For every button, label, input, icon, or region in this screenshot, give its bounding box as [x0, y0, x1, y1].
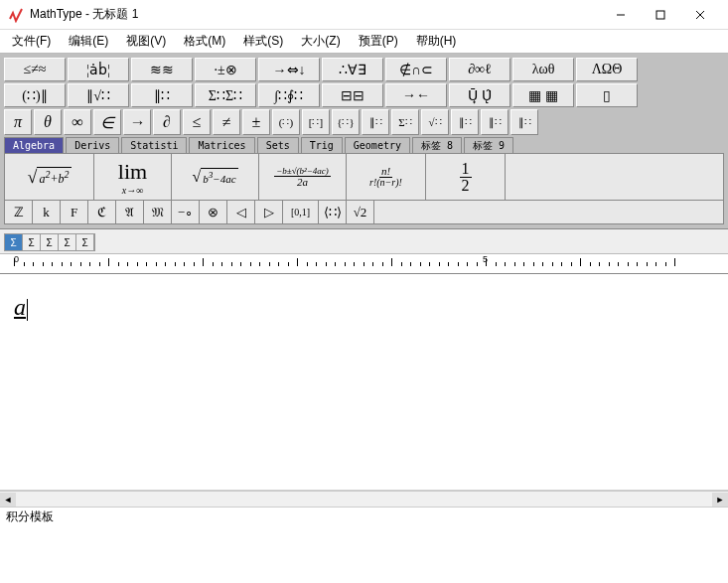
minimize-button[interactable] [601, 1, 641, 29]
ruler[interactable]: 0 5 [0, 254, 728, 274]
sym-subsup[interactable]: ∥∷ [510, 109, 538, 135]
sym-tri-right[interactable]: ▷ [255, 201, 283, 223]
tpl-binomial[interactable]: n!r!(n−r)! [347, 154, 426, 200]
tpl-discriminant[interactable]: √b3−4ac [172, 154, 259, 200]
menu-style[interactable]: 样式(S) [235, 30, 291, 53]
palette-operators[interactable]: ∙±⊗ [195, 58, 256, 81]
palette-box[interactable]: ▯ [576, 83, 638, 107]
sym-angle[interactable]: ⟨∷⟩ [319, 201, 347, 223]
menu-file[interactable]: 文件(F) [4, 30, 59, 53]
size-btn-2[interactable]: Σ [23, 234, 41, 250]
palette-logical[interactable]: ∴∀∃ [322, 58, 383, 81]
tab-geometry[interactable]: Geometry [345, 137, 410, 153]
sym-frac[interactable]: ∥∷ [362, 109, 389, 135]
palette-embellish[interactable]: ≋≋ [131, 58, 193, 81]
sym-theta[interactable]: θ [34, 109, 62, 135]
sym-sqrt2[interactable]: √2 [347, 201, 374, 223]
scroll-right-icon[interactable]: ► [712, 493, 728, 507]
sym-empty[interactable] [374, 201, 723, 223]
tpl-empty[interactable] [506, 154, 723, 200]
size-toolbar: Σ Σ Σ Σ Σ [4, 233, 95, 251]
sym-otimes[interactable]: ⊗ [200, 201, 227, 223]
menu-help[interactable]: 帮助(H) [408, 30, 465, 53]
palette-set-theory[interactable]: ∉∩⊂ [385, 58, 447, 81]
palette-integral[interactable]: ∫∷∮∷ [258, 83, 320, 107]
palette-arrows[interactable]: →⇔↓ [258, 58, 320, 81]
tab-bar: Algebra Derivs Statisti Matrices Sets Tr… [4, 137, 724, 153]
sym-elementof[interactable]: ∈ [93, 109, 121, 135]
app-icon [8, 7, 24, 23]
palette-subsup[interactable]: ∥∷ [131, 83, 193, 107]
sym-plusminus[interactable]: ± [242, 109, 270, 135]
palette-row-1: ≤≠≈ ¦ȧḃ¦ ≋≋ ∙±⊗ →⇔↓ ∴∀∃ ∉∩⊂ ∂∞ℓ λωθ ΛΩΘ [4, 58, 724, 81]
tab-matrices[interactable]: Matrices [189, 137, 254, 153]
horizontal-scrollbar[interactable]: ◄ ► [0, 491, 728, 507]
sym-sqrt[interactable]: √∷ [421, 109, 449, 135]
tab-sets[interactable]: Sets [257, 137, 299, 153]
menu-view[interactable]: 视图(V) [118, 30, 174, 53]
sym-c[interactable]: ℭ [88, 201, 116, 223]
palette-matrix[interactable]: ▦ ▦ [512, 83, 574, 107]
sym-a[interactable]: 𝔄 [116, 201, 144, 223]
sym-sub[interactable]: ∥∷ [481, 109, 509, 135]
tab-8[interactable]: 标签 8 [412, 137, 462, 153]
sym-infinity[interactable]: ∞ [64, 109, 91, 135]
palette-row-2: (∷)∥ ∥√∷ ∥∷ Σ∷Σ∷ ∫∷∮∷ ⊟⊟ →← Ū̟ Ų̂ ▦ ▦ ▯ [4, 83, 724, 107]
palette-misc[interactable]: ∂∞ℓ [449, 58, 510, 81]
size-btn-5[interactable]: Σ [76, 234, 94, 250]
menu-preset[interactable]: 预置(P) [351, 30, 406, 53]
sym-neq[interactable]: ≠ [213, 109, 240, 135]
size-btn-1[interactable]: Σ [5, 234, 23, 250]
statusbar: 积分模板 [0, 507, 728, 526]
sym-m[interactable]: 𝔐 [144, 201, 172, 223]
palette-products[interactable]: Ū̟ Ų̂ [449, 83, 510, 107]
tab-9[interactable]: 标签 9 [464, 137, 513, 153]
tab-trig[interactable]: Trig [301, 137, 343, 153]
tpl-pythag[interactable]: √a2+b2 [5, 154, 94, 200]
sym-leq[interactable]: ≤ [183, 109, 211, 135]
palette-overbar[interactable]: ⊟⊟ [322, 83, 383, 107]
menu-size[interactable]: 大小(Z) [293, 30, 348, 53]
tpl-quadratic[interactable]: −b±√(b²−4ac)2a [259, 154, 347, 200]
palette-greek-uc[interactable]: ΛΩΘ [576, 58, 638, 81]
palette-relational[interactable]: ≤≠≈ [4, 58, 66, 81]
sym-partial[interactable]: ∂ [153, 109, 181, 135]
maximize-button[interactable] [641, 1, 680, 29]
editor-text: a [14, 294, 26, 320]
menu-format[interactable]: 格式(M) [176, 30, 233, 53]
sym-minus-o[interactable]: −∘ [172, 201, 200, 223]
titlebar: MathType - 无标题 1 [0, 0, 728, 30]
size-btn-4[interactable]: Σ [59, 234, 76, 250]
palette-fences[interactable]: (∷)∥ [4, 83, 66, 107]
palette-spaces[interactable]: ¦ȧḃ¦ [68, 58, 129, 81]
sym-interval[interactable]: [0,1] [283, 201, 319, 223]
sym-k[interactable]: k [33, 201, 61, 223]
equation-editor[interactable]: a [0, 274, 728, 491]
sym-tri-left[interactable]: ◁ [227, 201, 255, 223]
sym-rightarrow[interactable]: → [123, 109, 151, 135]
sym-sup[interactable]: ∥∷ [451, 109, 479, 135]
status-text: 积分模板 [6, 509, 54, 525]
palette-labeled-arrow[interactable]: →← [385, 83, 447, 107]
sym-sum[interactable]: Σ∷ [391, 109, 419, 135]
size-btn-3[interactable]: Σ [41, 234, 59, 250]
sym-z[interactable]: ℤ [5, 201, 33, 223]
palette-summation[interactable]: Σ∷Σ∷ [195, 83, 256, 107]
palette-greek-lc[interactable]: λωθ [512, 58, 574, 81]
sym-brace[interactable]: {∷} [332, 109, 360, 135]
scroll-left-icon[interactable]: ◄ [0, 493, 16, 507]
sym-paren[interactable]: (∷) [272, 109, 300, 135]
sym-bracket[interactable]: [∷] [302, 109, 330, 135]
sym-pi[interactable]: π [4, 109, 32, 135]
menubar: 文件(F) 编辑(E) 视图(V) 格式(M) 样式(S) 大小(Z) 预置(P… [0, 30, 728, 54]
tab-derivs[interactable]: Derivs [66, 137, 119, 153]
tpl-limit[interactable]: lim x→∞ [94, 154, 172, 200]
sym-f[interactable]: F [61, 201, 88, 223]
menu-edit[interactable]: 编辑(E) [61, 30, 116, 53]
tpl-half[interactable]: 12 [426, 154, 506, 200]
palette-fractions[interactable]: ∥√∷ [68, 83, 129, 107]
close-button[interactable] [680, 1, 720, 29]
tab-statisti[interactable]: Statisti [121, 137, 187, 153]
toolbar-area: ≤≠≈ ¦ȧḃ¦ ≋≋ ∙±⊗ →⇔↓ ∴∀∃ ∉∩⊂ ∂∞ℓ λωθ ΛΩΘ … [0, 54, 728, 229]
tab-algebra[interactable]: Algebra [4, 137, 64, 153]
